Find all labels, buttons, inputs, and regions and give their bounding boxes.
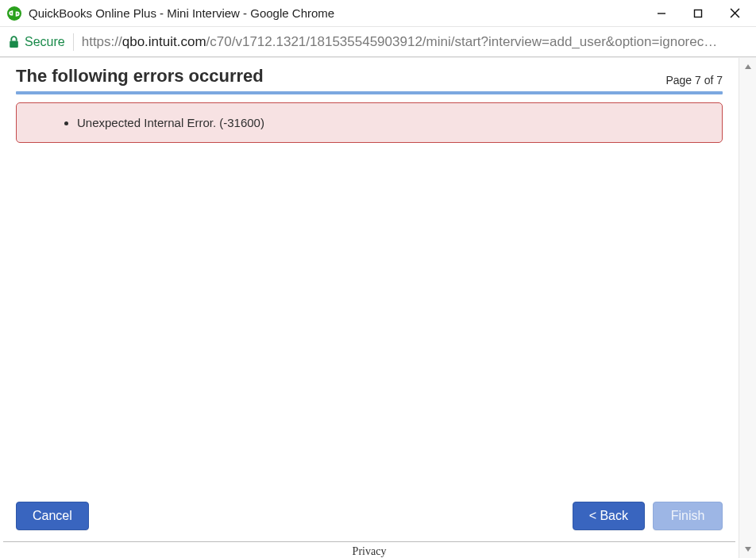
- window-title: QuickBooks Online Plus - Mini Interview …: [29, 6, 643, 20]
- content-main: The following errors occurred Page 7 of …: [0, 58, 739, 492]
- page-title: The following errors occurred: [16, 66, 264, 87]
- error-item: Unexpected Internal Error. (-31600): [77, 114, 706, 131]
- page-viewport: The following errors occurred Page 7 of …: [0, 57, 756, 558]
- url-host: qbo.intuit.com: [122, 34, 206, 49]
- title-underline: [16, 91, 723, 94]
- svg-rect-5: [10, 40, 18, 48]
- address-divider: [73, 33, 74, 51]
- maximize-button[interactable]: [680, 2, 716, 25]
- address-bar: Secure https://qbo.intuit.com/c70/v1712.…: [0, 27, 756, 57]
- scroll-down-arrow-icon[interactable]: [739, 541, 756, 558]
- window-controls: [643, 2, 753, 25]
- footer-bar: Cancel < Back Finish: [0, 492, 739, 541]
- vertical-scrollbar[interactable]: [739, 58, 756, 558]
- scroll-up-arrow-icon[interactable]: [739, 58, 756, 75]
- svg-rect-2: [695, 10, 702, 17]
- page-indicator: Page 7 of 7: [665, 74, 723, 87]
- close-button[interactable]: [716, 2, 753, 25]
- quickbooks-icon: [6, 6, 22, 21]
- error-list: Unexpected Internal Error. (-31600): [61, 114, 706, 131]
- minimize-button[interactable]: [643, 2, 680, 25]
- window-titlebar: QuickBooks Online Plus - Mini Interview …: [0, 0, 756, 27]
- scroll-track[interactable]: [739, 75, 756, 541]
- finish-button[interactable]: Finish: [653, 502, 723, 530]
- secure-label: Secure: [25, 35, 65, 49]
- error-box: Unexpected Internal Error. (-31600): [16, 102, 723, 143]
- url-display[interactable]: https://qbo.intuit.com/c70/v1712.1321/18…: [82, 34, 748, 50]
- privacy-link[interactable]: Privacy: [353, 545, 387, 557]
- cancel-button[interactable]: Cancel: [16, 502, 89, 530]
- back-button[interactable]: < Back: [573, 502, 645, 530]
- lock-icon: [8, 35, 20, 48]
- url-path: /c70/v1712.1321/181535545903912/mini/sta…: [206, 34, 718, 49]
- url-scheme: https: [82, 34, 111, 49]
